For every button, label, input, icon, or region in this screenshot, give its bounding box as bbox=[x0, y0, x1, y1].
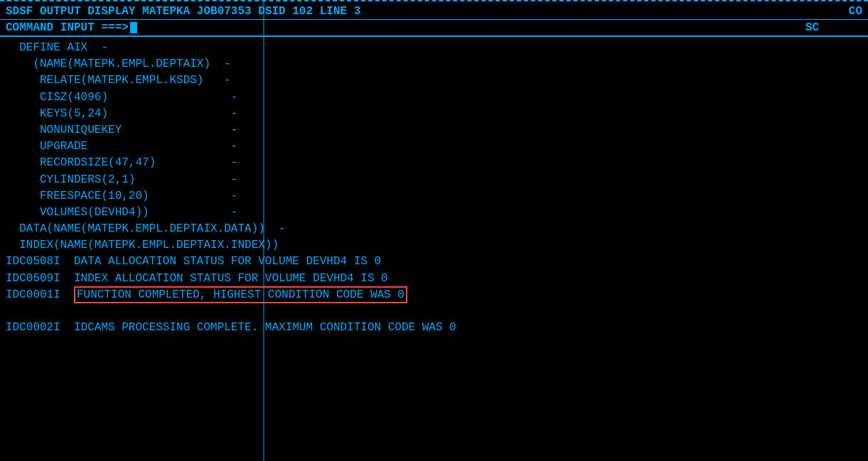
line-10: FREESPACE(10,20) - bbox=[6, 188, 862, 205]
line-5: KEYS(5,24) - bbox=[6, 106, 862, 122]
terminal-screen: SDSF OUTPUT DISPLAY MATEPKA JOB07353 DSI… bbox=[0, 0, 868, 461]
line-7: UPGRADE - bbox=[6, 139, 862, 155]
line-17-empty bbox=[6, 303, 862, 320]
line-1: DEFINE AIX - bbox=[6, 40, 862, 56]
line-14: IDC0508I DATA ALLOCATION STATUS FOR VOLU… bbox=[6, 254, 862, 270]
top-border bbox=[0, 0, 868, 2]
command-right: SC bbox=[805, 21, 862, 34]
line-16-highlighted: IDC0001I FUNCTION COMPLETED, HIGHEST CON… bbox=[6, 287, 862, 303]
vertical-divider bbox=[263, 0, 264, 461]
line-13: INDEX(NAME(MATEPK.EMPL.DEPTAIX.INDEX)) bbox=[6, 237, 862, 254]
header-right: CO bbox=[805, 5, 862, 18]
line-18: IDC0002I IDCAMS PROCESSING COMPLETE. MAX… bbox=[6, 320, 862, 336]
output-content: DEFINE AIX - (NAME(MATEPK.EMPL.DEPTAIX) … bbox=[0, 40, 868, 336]
line-6: NONUNIQUEKEY - bbox=[6, 122, 862, 139]
command-prompt: COMMAND INPUT ===> bbox=[6, 21, 805, 34]
header-title: SDSF OUTPUT DISPLAY MATEPKA JOB07353 DSI… bbox=[6, 5, 805, 18]
line-11: VOLUMES(DEVHD4)) - bbox=[6, 205, 862, 221]
command-row[interactable]: COMMAND INPUT ===> SC bbox=[0, 20, 868, 37]
line-4: CISZ(4096) - bbox=[6, 90, 862, 106]
highlight-box: FUNCTION COMPLETED, HIGHEST CONDITION CO… bbox=[74, 286, 407, 303]
line-15: IDC0509I INDEX ALLOCATION STATUS FOR VOL… bbox=[6, 271, 862, 287]
line-9: CYLINDERS(2,1) - bbox=[6, 172, 862, 188]
line-12: DATA(NAME(MATEPK.EMPL.DEPTAIX.DATA)) - bbox=[6, 221, 862, 237]
line-3: RELATE(MATEPK.EMPL.KSDS) - bbox=[6, 72, 862, 89]
cursor bbox=[130, 22, 137, 33]
header-row: SDSF OUTPUT DISPLAY MATEPKA JOB07353 DSI… bbox=[0, 4, 868, 20]
line-2: (NAME(MATEPK.EMPL.DEPTAIX) - bbox=[6, 56, 862, 72]
line-8: RECORDSIZE(47,47) - bbox=[6, 155, 862, 171]
